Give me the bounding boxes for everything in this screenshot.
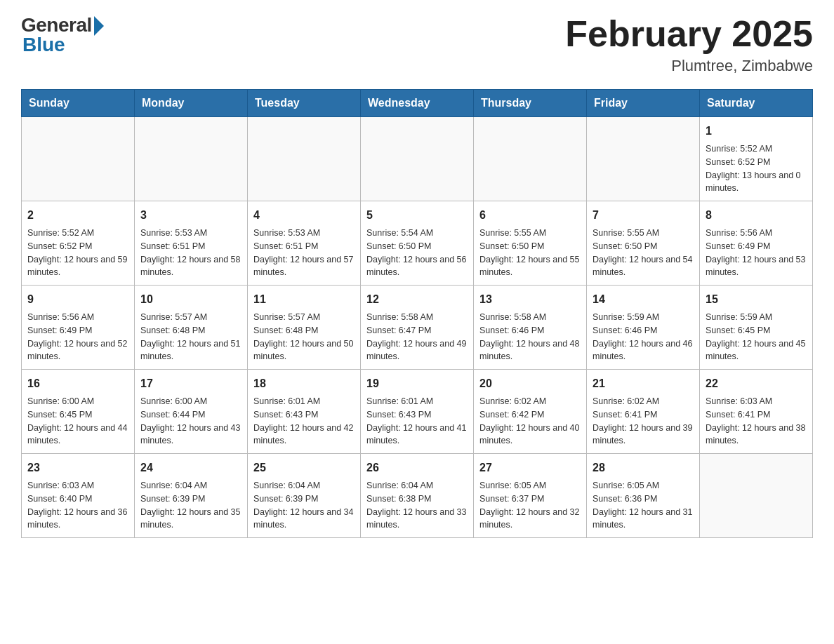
day-info: Sunrise: 5:58 AMSunset: 6:46 PMDaylight:… <box>479 311 581 363</box>
day-number: 13 <box>479 291 581 308</box>
day-info: Sunrise: 5:58 AMSunset: 6:47 PMDaylight:… <box>366 311 468 363</box>
day-info: Sunrise: 6:04 AMSunset: 6:38 PMDaylight:… <box>366 479 468 532</box>
logo: General Blue <box>21 14 104 56</box>
calendar-cell: 19Sunrise: 6:01 AMSunset: 6:43 PMDayligh… <box>361 370 474 454</box>
calendar-subtitle: Plumtree, Zimbabwe <box>565 57 813 75</box>
day-info: Sunrise: 5:59 AMSunset: 6:46 PMDaylight:… <box>593 311 694 363</box>
calendar-week-3: 9Sunrise: 5:56 AMSunset: 6:49 PMDaylight… <box>22 286 813 370</box>
day-info: Sunrise: 6:03 AMSunset: 6:40 PMDaylight:… <box>27 479 128 532</box>
calendar-cell <box>361 117 474 201</box>
calendar-cell: 13Sunrise: 5:58 AMSunset: 6:46 PMDayligh… <box>474 286 587 370</box>
day-number: 11 <box>253 291 355 308</box>
day-info: Sunrise: 6:02 AMSunset: 6:42 PMDaylight:… <box>479 395 581 448</box>
calendar-cell: 25Sunrise: 6:04 AMSunset: 6:39 PMDayligh… <box>248 454 361 538</box>
day-number: 20 <box>479 375 581 392</box>
calendar-cell: 28Sunrise: 6:05 AMSunset: 6:36 PMDayligh… <box>587 454 700 538</box>
day-number: 14 <box>593 291 694 308</box>
calendar-cell <box>474 117 587 201</box>
calendar-cell: 23Sunrise: 6:03 AMSunset: 6:40 PMDayligh… <box>22 454 135 538</box>
day-info: Sunrise: 6:02 AMSunset: 6:41 PMDaylight:… <box>593 395 694 448</box>
calendar-cell: 26Sunrise: 6:04 AMSunset: 6:38 PMDayligh… <box>361 454 474 538</box>
day-info: Sunrise: 6:05 AMSunset: 6:37 PMDaylight:… <box>479 479 581 532</box>
calendar-cell: 2Sunrise: 5:52 AMSunset: 6:52 PMDaylight… <box>22 201 135 286</box>
day-number: 1 <box>706 123 807 140</box>
day-info: Sunrise: 6:01 AMSunset: 6:43 PMDaylight:… <box>366 395 468 448</box>
calendar-cell: 5Sunrise: 5:54 AMSunset: 6:50 PMDaylight… <box>361 201 474 286</box>
day-number: 19 <box>366 375 468 392</box>
calendar-cell: 21Sunrise: 6:02 AMSunset: 6:41 PMDayligh… <box>587 370 700 454</box>
day-number: 27 <box>479 459 581 476</box>
day-info: Sunrise: 5:56 AMSunset: 6:49 PMDaylight:… <box>27 311 128 363</box>
calendar-cell: 10Sunrise: 5:57 AMSunset: 6:48 PMDayligh… <box>135 286 248 370</box>
day-info: Sunrise: 6:04 AMSunset: 6:39 PMDaylight:… <box>253 479 355 532</box>
day-number: 10 <box>140 291 241 308</box>
calendar-cell <box>22 117 135 201</box>
logo-blue-text: Blue <box>21 34 65 56</box>
day-number: 8 <box>706 207 807 224</box>
calendar-cell: 3Sunrise: 5:53 AMSunset: 6:51 PMDaylight… <box>135 201 248 286</box>
calendar-header-row: Sunday Monday Tuesday Wednesday Thursday… <box>22 90 813 117</box>
calendar-cell <box>248 117 361 201</box>
calendar-cell: 15Sunrise: 5:59 AMSunset: 6:45 PMDayligh… <box>700 286 813 370</box>
col-wednesday: Wednesday <box>361 90 474 117</box>
day-info: Sunrise: 5:53 AMSunset: 6:51 PMDaylight:… <box>140 227 241 279</box>
day-number: 25 <box>253 459 355 476</box>
calendar-table: Sunday Monday Tuesday Wednesday Thursday… <box>21 89 813 538</box>
day-info: Sunrise: 6:05 AMSunset: 6:36 PMDaylight:… <box>593 479 694 532</box>
calendar-cell: 6Sunrise: 5:55 AMSunset: 6:50 PMDaylight… <box>474 201 587 286</box>
day-number: 9 <box>27 291 128 308</box>
day-info: Sunrise: 5:53 AMSunset: 6:51 PMDaylight:… <box>253 227 355 279</box>
calendar-cell: 4Sunrise: 5:53 AMSunset: 6:51 PMDaylight… <box>248 201 361 286</box>
col-saturday: Saturday <box>700 90 813 117</box>
day-info: Sunrise: 6:01 AMSunset: 6:43 PMDaylight:… <box>253 395 355 448</box>
day-info: Sunrise: 6:00 AMSunset: 6:44 PMDaylight:… <box>140 395 241 448</box>
col-thursday: Thursday <box>474 90 587 117</box>
col-friday: Friday <box>587 90 700 117</box>
calendar-cell: 7Sunrise: 5:55 AMSunset: 6:50 PMDaylight… <box>587 201 700 286</box>
calendar-title: February 2025 <box>565 14 813 54</box>
day-number: 5 <box>366 207 468 224</box>
calendar-cell: 27Sunrise: 6:05 AMSunset: 6:37 PMDayligh… <box>474 454 587 538</box>
day-number: 12 <box>366 291 468 308</box>
calendar-cell: 9Sunrise: 5:56 AMSunset: 6:49 PMDaylight… <box>22 286 135 370</box>
day-number: 7 <box>593 207 694 224</box>
day-info: Sunrise: 5:59 AMSunset: 6:45 PMDaylight:… <box>706 311 807 363</box>
page-header: General Blue February 2025 Plumtree, Zim… <box>21 14 813 75</box>
day-info: Sunrise: 5:52 AMSunset: 6:52 PMDaylight:… <box>27 227 128 279</box>
day-number: 15 <box>706 291 807 308</box>
day-number: 6 <box>479 207 581 224</box>
day-number: 21 <box>593 375 694 392</box>
day-info: Sunrise: 5:54 AMSunset: 6:50 PMDaylight:… <box>366 227 468 279</box>
day-number: 18 <box>253 375 355 392</box>
calendar-cell: 18Sunrise: 6:01 AMSunset: 6:43 PMDayligh… <box>248 370 361 454</box>
calendar-cell: 14Sunrise: 5:59 AMSunset: 6:46 PMDayligh… <box>587 286 700 370</box>
calendar-cell: 16Sunrise: 6:00 AMSunset: 6:45 PMDayligh… <box>22 370 135 454</box>
day-number: 2 <box>27 207 128 224</box>
day-info: Sunrise: 5:55 AMSunset: 6:50 PMDaylight:… <box>479 227 581 279</box>
day-number: 24 <box>140 459 241 476</box>
calendar-cell: 24Sunrise: 6:04 AMSunset: 6:39 PMDayligh… <box>135 454 248 538</box>
col-monday: Monday <box>135 90 248 117</box>
day-info: Sunrise: 6:00 AMSunset: 6:45 PMDaylight:… <box>27 395 128 448</box>
col-sunday: Sunday <box>22 90 135 117</box>
calendar-cell: 17Sunrise: 6:00 AMSunset: 6:44 PMDayligh… <box>135 370 248 454</box>
calendar-cell: 22Sunrise: 6:03 AMSunset: 6:41 PMDayligh… <box>700 370 813 454</box>
day-number: 23 <box>27 459 128 476</box>
calendar-cell <box>587 117 700 201</box>
day-info: Sunrise: 5:55 AMSunset: 6:50 PMDaylight:… <box>593 227 694 279</box>
calendar-cell <box>700 454 813 538</box>
calendar-cell: 12Sunrise: 5:58 AMSunset: 6:47 PMDayligh… <box>361 286 474 370</box>
title-block: February 2025 Plumtree, Zimbabwe <box>565 14 813 75</box>
logo-arrow-icon <box>94 16 104 36</box>
calendar-week-5: 23Sunrise: 6:03 AMSunset: 6:40 PMDayligh… <box>22 454 813 538</box>
calendar-week-1: 1Sunrise: 5:52 AMSunset: 6:52 PMDaylight… <box>22 117 813 201</box>
calendar-cell: 8Sunrise: 5:56 AMSunset: 6:49 PMDaylight… <box>700 201 813 286</box>
calendar-cell: 20Sunrise: 6:02 AMSunset: 6:42 PMDayligh… <box>474 370 587 454</box>
day-info: Sunrise: 6:04 AMSunset: 6:39 PMDaylight:… <box>140 479 241 532</box>
day-number: 22 <box>706 375 807 392</box>
day-number: 3 <box>140 207 241 224</box>
day-info: Sunrise: 6:03 AMSunset: 6:41 PMDaylight:… <box>706 395 807 448</box>
day-number: 17 <box>140 375 241 392</box>
col-tuesday: Tuesday <box>248 90 361 117</box>
day-info: Sunrise: 5:56 AMSunset: 6:49 PMDaylight:… <box>706 227 807 279</box>
